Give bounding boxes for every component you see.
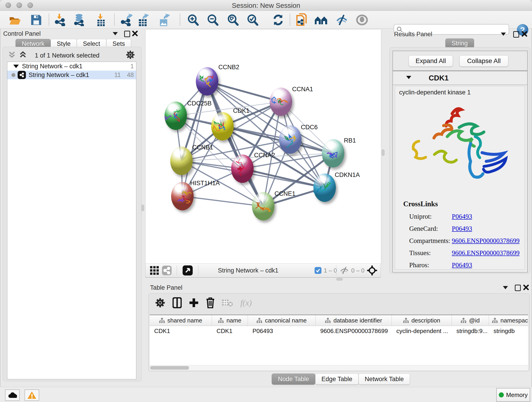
selected-checkbox-icon[interactable]	[315, 267, 322, 274]
table-cell[interactable]: P06493	[248, 326, 316, 336]
table-panel-float-icon[interactable]	[515, 285, 521, 292]
birdseye-view-button[interactable]	[183, 264, 193, 277]
import-network-file-button[interactable]	[54, 13, 67, 26]
network-node-ccna2[interactable]	[231, 154, 254, 183]
column-header-id[interactable]: @id	[452, 315, 489, 326]
network-tree-row[interactable]: String Network – cdk11	[7, 62, 136, 70]
grid-mode-button[interactable]	[150, 264, 159, 277]
network-node-rb1[interactable]	[322, 139, 344, 167]
column-header-description[interactable]: description	[392, 315, 452, 326]
hide-unhide-button[interactable]	[336, 13, 348, 26]
protein-header[interactable]: CDK1	[393, 71, 527, 85]
add-column-icon[interactable]	[189, 298, 199, 307]
open-session-button[interactable]	[8, 13, 21, 26]
table-panel-collapse-icon[interactable]	[503, 286, 508, 290]
table-row[interactable]: CDK1CDK1P064939606.ENSP00000378699cyclin…	[150, 326, 528, 336]
collapse-all-button[interactable]: Collapse All	[459, 55, 508, 67]
hidden-counts: 0 – 0	[351, 267, 365, 274]
network-share-view-button[interactable]	[162, 264, 172, 277]
control-panel-float-icon[interactable]	[124, 31, 130, 38]
delete-column-icon[interactable]	[206, 297, 215, 308]
control-panel-close-icon[interactable]	[132, 31, 138, 37]
export-image-button[interactable]	[158, 13, 171, 26]
clone-network-button[interactable]	[296, 13, 308, 26]
delete-table-icon[interactable]	[222, 299, 233, 307]
scrollbar-thumb[interactable]	[150, 366, 189, 370]
table-cell[interactable]: stringdb	[489, 326, 528, 336]
results-panel-collapse-icon[interactable]	[501, 32, 506, 37]
function-builder-button[interactable]: f(x)	[240, 298, 252, 307]
table-cell[interactable]: cyclin-dependent ...	[392, 326, 452, 336]
cloud-button[interactable]	[5, 389, 20, 401]
table-settings-gear-icon[interactable]	[155, 298, 165, 308]
network-node-ccnb1[interactable]	[170, 147, 193, 175]
column-header-label: description	[412, 317, 440, 324]
column-tree-icon	[461, 318, 466, 323]
toolbar-separator	[49, 13, 49, 26]
control-panel-collapse-icon[interactable]	[113, 32, 118, 36]
document-share-icon	[296, 13, 308, 27]
crosslink-value-link[interactable]: P06493	[452, 261, 472, 269]
network-node-ccna1[interactable]	[270, 88, 292, 116]
horizontal-splitter-grip[interactable]	[336, 278, 343, 281]
network-node-ccnb2[interactable]	[196, 67, 218, 96]
network-node-cdc25b[interactable]	[165, 102, 187, 130]
export-table-button[interactable]	[137, 13, 149, 26]
show-graphics-details-button[interactable]	[355, 13, 368, 26]
network-view-canvas[interactable]: CCNB2CCNA1CDC25BCDK1CDC6RB1CCNB1CCNA2CDK…	[145, 30, 381, 263]
grid-icon	[150, 266, 159, 275]
save-session-button[interactable]	[30, 13, 43, 26]
warnings-button[interactable]	[25, 389, 39, 401]
apply-layout-button[interactable]	[272, 13, 285, 26]
import-network-from-database-button[interactable]	[73, 13, 86, 26]
tab-network-table[interactable]: Network Table	[359, 374, 410, 385]
string-home-button[interactable]	[314, 13, 327, 26]
crosslink-value-link[interactable]: 9606.ENSP00000378699	[452, 237, 520, 245]
tab-edge-table[interactable]: Edge Table	[315, 374, 359, 385]
column-header-canonicalname[interactable]: canonical name	[248, 315, 316, 326]
table-cell[interactable]: 9606.ENSP00000378699	[316, 326, 392, 336]
fit-content-button[interactable]	[367, 264, 377, 277]
table-cell[interactable]: CDK1	[150, 326, 212, 336]
export-network-button[interactable]	[120, 13, 133, 26]
protein-collapse-icon[interactable]	[406, 76, 411, 80]
results-panel-close-icon[interactable]	[521, 31, 527, 38]
crosslink-value-link[interactable]: P06493	[452, 213, 472, 220]
column-header-databaseidentifier[interactable]: database identifier	[316, 315, 392, 326]
vertical-splitter-grip-right[interactable]	[382, 149, 385, 156]
network-current-dot-icon	[12, 73, 15, 77]
network-node-cdkn1a[interactable]	[313, 173, 336, 202]
column-header-sharedname[interactable]: shared name	[150, 315, 212, 326]
show-columns-icon[interactable]	[172, 297, 182, 308]
tab-string[interactable]: String	[445, 38, 474, 48]
memory-button[interactable]: Memory	[496, 388, 530, 402]
control-panel-body: 1 of 1 Network selected String Network –…	[3, 47, 142, 381]
network-node-ccne1[interactable]	[252, 192, 274, 220]
table-panel-close-icon[interactable]	[523, 284, 529, 291]
toolbar-separator	[290, 13, 290, 26]
tab-node-table[interactable]: Node Table	[272, 374, 315, 385]
results-panel-float-icon[interactable]	[513, 31, 519, 38]
table-cell[interactable]: CDK1	[212, 326, 248, 336]
network-node-cdc6[interactable]	[279, 125, 302, 154]
column-header-namespace[interactable]: namespace	[489, 315, 528, 326]
network-tree-row[interactable]: String Network – cdk111 48	[7, 70, 136, 79]
table-cell[interactable]: stringdb:9...	[452, 326, 489, 336]
column-header-name[interactable]: name	[212, 315, 248, 326]
network-options-gear-icon[interactable]	[126, 50, 135, 60]
memory-label: Memory	[506, 391, 528, 399]
crosslink-value-link[interactable]: 9606.ENSP00000378699	[452, 249, 520, 257]
crosslink-value-link[interactable]: P06493	[452, 225, 472, 232]
import-table-button[interactable]	[94, 13, 107, 26]
node-gloss-highlight	[235, 156, 249, 165]
vertical-splitter-grip[interactable]	[141, 205, 144, 211]
network-node-cdk1[interactable]	[211, 112, 234, 140]
current-network-label: String Network – cdk1	[218, 264, 278, 277]
table-horizontal-scrollbar[interactable]	[150, 365, 528, 370]
zoom-in-button[interactable]	[186, 13, 199, 26]
expand-all-button[interactable]: Expand All	[409, 55, 453, 67]
zoom-fit-button[interactable]	[226, 13, 239, 26]
zoom-selected-button[interactable]	[246, 13, 259, 26]
zoom-out-button[interactable]	[206, 13, 219, 26]
tree-expander-icon[interactable]	[13, 65, 19, 68]
